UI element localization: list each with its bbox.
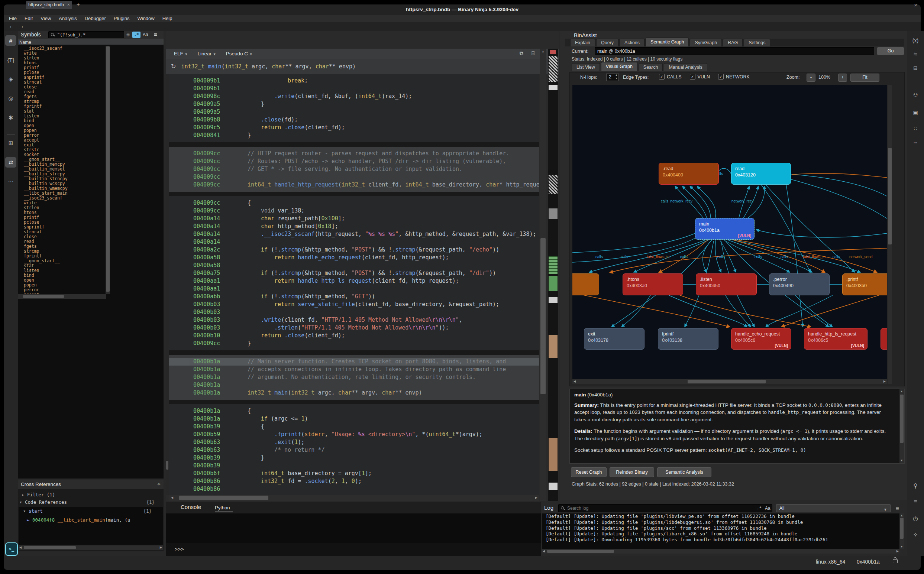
symbol-item[interactable]: listen <box>24 268 106 273</box>
tags-icon[interactable]: ◈ <box>5 74 16 84</box>
robot-box-icon[interactable]: ▣ <box>910 107 921 118</box>
code-line[interactable]: 004009b1break; <box>166 77 539 85</box>
quotes-icon[interactable]: ”” <box>910 139 921 149</box>
printer-icon[interactable]: ⊟ <box>910 63 921 73</box>
code-line[interactable]: 00400a14char http_method[0x18]; <box>166 222 539 230</box>
tab-close-icon[interactable]: × <box>67 2 70 8</box>
new-tab-icon[interactable]: + <box>77 1 80 8</box>
code-line[interactable]: 004009ccvoid var_138; <box>166 207 539 215</box>
log-case-icon[interactable]: Aa <box>765 506 771 511</box>
code-line[interactable]: 00400aa1return handle_http_ls_request(cl… <box>166 277 539 285</box>
code-line[interactable]: 00400a2cif (!.strcmp(&http_method, "POST… <box>166 246 539 254</box>
code-line[interactable]: 00400841} <box>166 131 539 139</box>
code-vscrollbar[interactable]: ▲ <box>540 49 547 501</box>
menu-help[interactable]: Help <box>163 16 172 21</box>
language-dropdown[interactable]: Pseudo C ▼ <box>226 51 253 57</box>
refresh-icon[interactable]: ↻ <box>171 63 176 70</box>
checkbox-checked-icon[interactable]: ✓ <box>718 74 723 79</box>
current-function-field[interactable] <box>595 47 874 55</box>
graph-node-handle_echo_request[interactable]: handle_echo_request0x4005c6[VULN] <box>731 328 791 350</box>
menu-analysis[interactable]: Analysis <box>59 16 77 21</box>
zoom-in-button[interactable]: + <box>838 74 847 82</box>
graph-node-htons[interactable]: .htons0x4003a0 <box>622 273 683 295</box>
code-line[interactable]: 00400b39{ <box>166 423 539 430</box>
code-line[interactable]: 00400b39 <box>166 462 539 470</box>
log-menu-icon[interactable]: ≡ <box>896 505 899 511</box>
code-line[interactable]: 00400b1a{ <box>166 407 539 415</box>
code-line[interactable]: 004009a5} <box>166 100 539 108</box>
subtab-visual-graph[interactable]: Visual Graph <box>601 62 637 71</box>
subtab-manual-analysis[interactable]: Manual Analysis <box>664 63 707 71</box>
log-hscrollbar[interactable]: ◀ ▶ <box>542 549 899 554</box>
graph-node-read[interactable]: .read0x400400 <box>659 163 719 184</box>
graph-node[interactable] <box>880 328 887 350</box>
code-hscrollbar[interactable]: ◀ ▶ <box>169 495 539 501</box>
xref-entry[interactable]: ⇤ 004004f8 __libc_start_main(main, (u <box>27 517 130 523</box>
code-line[interactable]: 00400b03return serve_static_file(client_… <box>166 301 539 308</box>
code-line[interactable]: 004009c5return .close(client_fd); <box>166 124 539 131</box>
code-left-splitter[interactable] <box>166 74 169 495</box>
symbols-search[interactable] <box>48 31 124 38</box>
symbol-item[interactable]: __gmon_start__ <box>24 259 106 263</box>
code-line[interactable]: 00400b03 <box>166 308 539 316</box>
layout-dropdown[interactable]: Linear ▼ <box>197 51 216 57</box>
console-input-row[interactable] <box>166 543 541 556</box>
code-line[interactable]: 00400abbif (!.strcmp(&http_method, "GET"… <box>166 293 539 301</box>
code-line[interactable]: 00400a14char request_path[0x100]; <box>166 215 539 222</box>
symbol-item[interactable]: bind <box>24 273 106 278</box>
summary-vscrollbar[interactable]: ▲ ▼ <box>899 390 904 463</box>
graph-node-handle_http_ls_request[interactable]: handle_http_ls_request0x4006c5[VULN] <box>804 328 867 350</box>
code-line[interactable]: 004009a5 <box>166 108 539 116</box>
symbols-search-input[interactable] <box>57 32 117 38</box>
current-function-input[interactable] <box>595 48 866 54</box>
code-line[interactable]: 00400a75if (!.strcmp(&http_method, "POST… <box>166 270 539 277</box>
graph-node-printf[interactable]: .printf0x4003b0 <box>842 273 887 295</box>
graph-vscrollbar[interactable] <box>888 85 892 384</box>
console-output[interactable] <box>166 513 541 543</box>
tab-python[interactable]: Python <box>215 505 230 511</box>
zoom-out-button[interactable]: - <box>807 74 815 82</box>
code-line[interactable]: 004009cc// Routes: POST /echo -> echo ha… <box>166 158 539 165</box>
symbol-item[interactable]: bind <box>24 118 106 123</box>
subtab-search[interactable]: Search <box>638 63 663 71</box>
symbol-item[interactable]: close <box>24 235 106 239</box>
tab-settings[interactable]: Settings <box>744 39 770 46</box>
code-line[interactable]: 004009cc// HTTP request router - parses … <box>166 150 539 158</box>
formula-icon[interactable]: (x) <box>910 35 921 46</box>
semantic-graph-viewport[interactable]: callscalls_network_recvnetwork_recvcalls… <box>572 85 887 379</box>
code-line[interactable]: 00400b03.write(client_fd, "HTTP/1.1 405 … <box>166 316 539 324</box>
log-output[interactable]: [Default] [Update]: Updating file 'plugi… <box>542 513 899 549</box>
xref-function-row[interactable]: ▾ start{1} <box>23 508 160 514</box>
xref-filter-row[interactable]: ▸ Filter (1) <box>22 492 55 497</box>
tab-actions[interactable]: Actions <box>619 39 644 46</box>
code-line[interactable]: 0040098c.write(client_fd, &buf, (int64_t… <box>166 93 539 100</box>
symbol-item[interactable]: close <box>24 85 106 90</box>
menu-debugger[interactable]: Debugger <box>85 16 106 21</box>
edge-type-network[interactable]: ✓NETWORK <box>718 74 750 79</box>
graph-hscrollbar[interactable]: ◀ ▶ <box>572 379 887 384</box>
window-close-icon[interactable]: × <box>914 2 917 8</box>
code-line[interactable]: 004009cc <box>166 173 539 181</box>
code-line[interactable]: 004009cc{ <box>166 199 539 207</box>
code-line[interactable]: 00400b1a// argument. No authentication, … <box>166 374 539 381</box>
code-line[interactable]: 00400a58 <box>166 262 539 270</box>
layers-icon[interactable]: ≋ <box>910 49 921 59</box>
tab-explain[interactable]: Explain <box>570 39 595 46</box>
log-search[interactable] <box>558 504 772 512</box>
lock-icon[interactable] <box>893 559 898 563</box>
types-icon[interactable]: {T} <box>5 55 16 65</box>
graph-icon[interactable]: ⊞ <box>5 138 16 148</box>
code-line[interactable]: 00400b1a// Main server function. Creates… <box>166 358 539 366</box>
code-line[interactable]: 00400b1a <box>166 381 539 389</box>
code-line[interactable]: 00400b59.fprintf(stderr, "Usage: %s <dir… <box>166 430 539 438</box>
symbol-item[interactable]: fprintf <box>24 104 106 109</box>
code-line[interactable]: 004009cc} <box>166 339 539 347</box>
log-vscrollbar[interactable]: ▲ ▼ <box>899 513 904 549</box>
locations-icon[interactable]: ◎ <box>5 93 16 104</box>
symbol-item[interactable]: accept <box>24 138 106 143</box>
log-search-input[interactable] <box>567 505 728 511</box>
code-line[interactable]: 00400a58return handle_echo_request(clien… <box>166 254 539 262</box>
code-line[interactable]: 00400b1aif (argc <= 1) <box>166 415 539 423</box>
pin-icon[interactable]: ✧ <box>157 481 161 487</box>
tab-semantic-graph[interactable]: Semantic Graph <box>646 38 689 46</box>
